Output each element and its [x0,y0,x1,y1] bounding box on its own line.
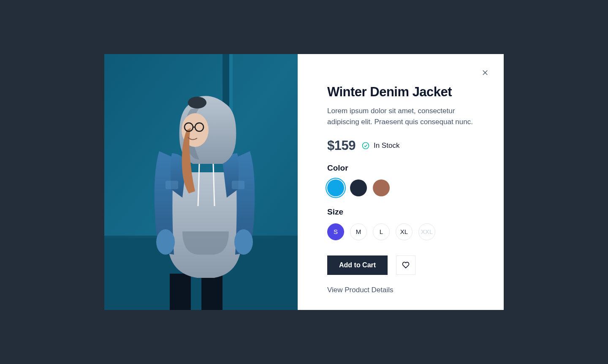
color-swatch-blue[interactable] [327,179,344,196]
color-section-label: Color [327,163,483,173]
wishlist-button[interactable] [396,255,415,275]
size-option-m[interactable]: M [350,223,367,240]
heart-icon [402,261,410,269]
action-row: Add to Cart [327,255,483,275]
product-title: Winter Denim Jacket [327,84,483,100]
product-image [104,54,298,310]
stock-badge: In Stock [361,141,399,150]
view-details-link[interactable]: View Product Details [327,286,394,294]
check-circle-icon [361,141,370,150]
color-swatch-navy[interactable] [350,179,367,196]
product-price: $159 [327,138,356,153]
product-quick-view-modal: Winter Denim Jacket Lorem ipsum dolor si… [104,54,504,310]
product-description: Lorem ipsum dolor sit amet, consectetur … [327,106,479,128]
product-details-panel: Winter Denim Jacket Lorem ipsum dolor si… [298,54,504,310]
color-swatch-brown[interactable] [373,179,390,196]
svg-point-20 [362,142,369,149]
svg-rect-7 [166,181,178,189]
svg-rect-8 [232,181,244,189]
add-to-cart-button[interactable]: Add to Cart [327,255,388,275]
size-option-l[interactable]: L [373,223,390,240]
svg-rect-6 [201,274,223,310]
stock-status: In Stock [374,141,399,150]
price-row: $159 In Stock [327,138,483,153]
color-options [327,179,483,196]
size-options: SMLXLXXL [327,223,483,240]
svg-point-11 [188,97,206,109]
close-icon [481,69,489,76]
size-section-label: Size [327,207,483,217]
size-option-xl[interactable]: XL [396,223,413,240]
size-option-xxl: XXL [418,223,435,240]
svg-point-17 [234,229,253,255]
size-option-s[interactable]: S [327,223,344,240]
close-button[interactable] [478,66,492,79]
svg-point-16 [156,229,175,255]
svg-rect-5 [170,274,191,310]
